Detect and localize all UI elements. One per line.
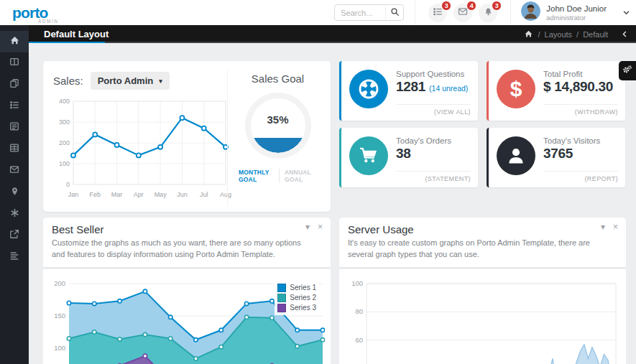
sidebar-item-lists[interactable] [0,95,29,117]
withdraw-link[interactable]: (WITHDRAW) [543,105,618,116]
sales-panel: Sales: Porto Admin ▾ 0100200300400JanFeb… [43,61,331,212]
sidebar-item-icons[interactable] [0,203,29,225]
stat-card-body: Support Questions 1281 (14 unread) (VIEW… [396,70,471,116]
statement-link[interactable]: (STATEMENT) [396,172,471,182]
bell-button[interactable]: 3 [479,4,497,22]
monthly-goal-link[interactable]: MONTHLY GOAL [234,169,280,183]
svg-text:100: 100 [59,160,70,167]
close-icon[interactable]: × [613,222,618,232]
sidebar-item-forms[interactable] [0,117,29,139]
home-icon [9,35,20,49]
svg-text:Jan: Jan [68,191,79,198]
legend-item: Series 2 [277,294,316,302]
user-name: John Doe Junior [546,4,607,13]
sidebar-item-mailbox[interactable] [0,160,29,182]
brand-name: porto [12,5,98,20]
external-link-icon [9,229,19,242]
brand-logo[interactable]: porto ADMIN [12,5,98,20]
collapse-icon[interactable]: ▾ [305,222,310,232]
panel-header: Best Seller Customize the graphs as much… [43,218,331,267]
search-box[interactable] [334,4,404,21]
stat-cards: Support Questions 1281 (14 unread) (VIEW… [339,61,625,212]
menu-levels-icon [9,251,19,263]
sidebar-item-extra[interactable] [0,225,29,246]
sidebar-item-layouts[interactable] [0,52,29,74]
envelope-button[interactable]: 4 [453,4,472,22]
sidebar-item-menu-levels[interactable] [0,246,29,268]
stat-card-value-row: 3765 [543,146,618,162]
chart-legend: Series 1Series 2Series 3 [275,281,319,315]
sales-goal-title: Sales Goal [252,73,304,85]
stat-card-extra[interactable]: (14 unread) [429,84,468,93]
breadcrumb: / Layouts / Default [524,29,636,39]
notification-badge: 4 [466,1,476,11]
annual-goal-link[interactable]: ANNUAL GOAL [280,169,322,183]
dollar-icon: $ [497,70,535,108]
stat-card-todays-orders: Today's Orders 38 (STATEMENT) [339,128,478,187]
stat-card-title: Today's Visitors [543,136,618,145]
stat-card-value: 3765 [543,146,573,162]
svg-text:100: 100 [54,344,65,352]
cogs-icon [622,65,632,78]
user-menu[interactable]: John Doe Junior administrator [521,1,607,24]
sales-goal-section: Sales Goal 35% MONTHLY GOAL ANNUAL GOAL [227,70,322,206]
svg-text:200: 200 [59,139,70,146]
sales-line-chart: 0100200300400JanFebMarAprMayJunJulAug [53,95,224,206]
caret-down-icon: ▾ [159,78,162,85]
panel-header: Server Usage It's easy to create custom … [339,218,626,267]
breadcrumb-item-layouts[interactable]: Layouts [545,30,573,39]
best-seller-panel: Best Seller Customize the graphs as much… [43,218,331,364]
svg-text:200: 200 [54,279,65,287]
legend-swatch [277,284,286,292]
user-info: John Doe Junior administrator [546,4,607,22]
legend-swatch [277,294,286,302]
life-ring-icon [349,70,388,108]
close-icon[interactable]: × [318,222,323,232]
report-link[interactable]: (REPORT) [543,172,618,182]
svg-text:Jul: Jul [200,191,208,198]
sidebar-item-tables[interactable] [0,139,29,160]
sales-goal-links: MONTHLY GOAL ANNUAL GOAL [234,169,322,183]
stat-card-body: Today's Orders 38 (STATEMENT) [396,136,471,182]
sidebar-item-home[interactable] [0,31,29,52]
panel-title: Best Seller [52,223,322,235]
sales-label: Sales: [53,75,83,87]
user-chevron-down-icon[interactable] [622,9,630,17]
user-role: administrator [546,14,607,22]
brand-subtitle: ADMIN [38,19,58,24]
stat-card-body: Today's Visitors 3765 (REPORT) [543,136,618,182]
sales-header: Sales: Porto Admin ▾ [53,72,224,90]
breadcrumb-separator: / [576,30,579,39]
theme-settings-button[interactable] [619,61,636,80]
view-all-link[interactable]: (VIEW ALL) [396,105,471,116]
panel-tools: ▾ × [601,222,618,232]
sidebar-item-maps[interactable] [0,182,29,203]
cart-icon [349,136,388,175]
titlebar: Default Layout / Layouts / Default [0,25,636,43]
top-row: Sales: Porto Admin ▾ 0100200300400JanFeb… [43,61,627,212]
legend-swatch [277,304,286,312]
header-divider [510,0,511,25]
sidebar-item-pages[interactable] [0,74,29,95]
svg-text:100: 100 [351,279,363,287]
svg-text:0: 0 [66,181,70,188]
tasks-button[interactable]: 3 [428,4,447,22]
breadcrumb-home-icon[interactable] [524,29,533,39]
legend-item: Series 3 [277,304,316,312]
search-button[interactable] [385,5,403,20]
user-icon [497,136,535,175]
breadcrumb-item-default[interactable]: Default [583,30,608,39]
chevron-left-icon[interactable] [621,30,629,38]
page-title: Default Layout [44,29,109,39]
notification-badge: 3 [492,1,502,11]
sales-source-select[interactable]: Porto Admin ▾ [91,72,170,90]
svg-text:80: 80 [355,307,363,315]
notification-buttons: 343 [428,4,497,22]
tasks-icon [9,100,19,113]
top-header: porto ADMIN 343 John Doe Junior administ… [0,0,636,25]
panel-tools: ▾ × [305,222,323,232]
search-input[interactable] [335,9,385,17]
panel-description: Customize the graphs as much as you want… [52,238,322,261]
collapse-icon[interactable]: ▾ [601,222,605,232]
header-divider [415,0,415,25]
